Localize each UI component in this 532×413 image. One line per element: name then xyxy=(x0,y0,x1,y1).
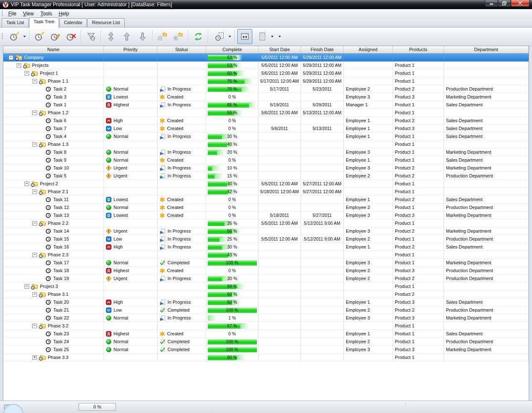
tree-row-task-14[interactable]: Task 14UrgentIn Progress50 %Employee 3Pr… xyxy=(3,227,529,235)
move-task-down-button[interactable] xyxy=(135,29,150,44)
tree-row-task-20[interactable]: Task 20HighIn Progress50 %Employee 1Prod… xyxy=(3,298,529,306)
move-task-button[interactable] xyxy=(103,29,118,44)
tree-row-task-11[interactable]: Task 11LowestCreated0 %Employee 1Product… xyxy=(3,196,529,204)
tree-row-phase-3-3[interactable]: Phase 3.360 %Product 1 xyxy=(3,354,529,361)
tree-row-project-1[interactable]: Project 160 %5/6/2011 12:00 AM5/29/2011 … xyxy=(3,69,529,77)
tree-row-task-13[interactable]: Task 13LowestCreated0 %5/18/20115/27/201… xyxy=(3,211,529,219)
tree-row-task-4[interactable]: Task 4NormalIn Progress30 %Employee 1Pro… xyxy=(3,133,529,140)
column-header-finish-date[interactable]: Finish Date xyxy=(301,46,344,54)
collapse-icon[interactable] xyxy=(9,55,13,60)
tree-row-phase-3-1[interactable]: Phase 3.150 %Product 2 xyxy=(3,290,529,298)
expand-all-button[interactable] xyxy=(171,29,186,44)
tree-row-task-16[interactable]: Task 16HighIn Progress30 %Employee 1Prod… xyxy=(3,243,529,251)
column-header-products[interactable]: Products xyxy=(393,46,444,54)
restore-button[interactable] xyxy=(498,0,511,7)
new-task-wizard-button[interactable] xyxy=(32,29,47,44)
filter-button[interactable] xyxy=(84,29,99,44)
tree-row-company[interactable]: Company53 %5/5/2011 12:00 AM5/29/2011 12… xyxy=(3,54,529,61)
delete-task-button[interactable] xyxy=(64,29,79,44)
close-button[interactable] xyxy=(511,0,530,7)
tree-row-task-8[interactable]: Task 8NormalIn Progress20 %Employee 3Pro… xyxy=(3,148,529,156)
tab-resource-list[interactable]: Resource List xyxy=(87,18,124,27)
collapse-icon[interactable] xyxy=(32,292,37,297)
tree-row-projects[interactable]: Projects53 %5/5/2011 12:00 AM5/29/2011 1… xyxy=(3,61,529,69)
tree-row-phase-3-2[interactable]: Phase 3.267 %Product 1 xyxy=(3,322,529,330)
tree-row-task-3[interactable]: Task 3LowestCreated0 %Employee 3Product … xyxy=(3,93,529,101)
column-header-assigned[interactable]: Assigned xyxy=(344,46,393,54)
collapse-icon[interactable] xyxy=(32,324,37,328)
tree-row-task-23[interactable]: Task 23HighestCreated0 %Employee 1Produc… xyxy=(3,330,529,338)
tree-row-phase-1-3[interactable]: Phase 1.340 %Product 1 xyxy=(3,140,529,148)
toolbar-overflow-button[interactable] xyxy=(277,30,282,43)
cell-finish-date xyxy=(301,164,344,172)
cell-priority xyxy=(104,69,158,77)
column-header-priority[interactable]: Priority xyxy=(104,46,158,54)
status-label: In Progress xyxy=(167,235,191,243)
new-task-button[interactable] xyxy=(7,29,22,44)
collapse-icon[interactable] xyxy=(25,284,29,289)
tree-row-phase-1-1[interactable]: Phase 1.176 %5/17/2011 12:00 AM5/29/2011… xyxy=(3,77,529,85)
tree-row-task-2[interactable]: Task 2NormalIn Progress70 %5/17/20115/23… xyxy=(3,85,529,93)
tree-row-task-12[interactable]: Task 12NormalCreated0 %Employee 2Product… xyxy=(3,204,529,211)
reports-button[interactable] xyxy=(212,29,227,44)
refresh-button[interactable] xyxy=(191,29,206,44)
fit-columns-button[interactable] xyxy=(237,29,252,44)
tree-row-task-1[interactable]: Task 1HighestIn Progress85 %5/19/20115/2… xyxy=(3,101,529,109)
customize-columns-dropdown-icon[interactable] xyxy=(271,36,273,37)
collapse-icon[interactable] xyxy=(32,253,37,257)
column-header-department[interactable]: Department xyxy=(444,46,529,54)
collapse-icon[interactable] xyxy=(32,189,37,194)
collapse-icon[interactable] xyxy=(32,111,37,115)
tree-row-task-17[interactable]: Task 17NormalCompleted100 %Employee 3Pro… xyxy=(3,259,529,267)
tab-calendar[interactable]: Calendar xyxy=(59,18,87,27)
tree-row-task-7[interactable]: Task 7LowCreated0 %5/6/20115/13/2011Empl… xyxy=(3,125,529,133)
tree-row-task-5[interactable]: Task 5UrgentIn Progress15 %Employee 2Pro… xyxy=(3,172,529,180)
tree-row-task-19[interactable]: Task 19UrgentIn Progress30 %Employee 2Pr… xyxy=(3,275,529,283)
cell-start-date-label: 5/5/2011 12:00 AM xyxy=(261,61,298,69)
column-header-complete[interactable]: Complete xyxy=(206,46,259,54)
progress-bar: 0 % xyxy=(208,126,257,131)
tree-row-task-18[interactable]: Task 18HighestCreated0 %Employee 2Produc… xyxy=(3,267,529,275)
menu-view[interactable]: View xyxy=(20,10,37,18)
tree-row-phase-2-2[interactable]: Phase 2.235 %5/5/2011 12:00 AM5/12/2011 … xyxy=(3,219,529,227)
menu-tools[interactable]: Tools xyxy=(37,10,55,18)
tree-row-phase-1-2[interactable]: Phase 1.255 %5/6/2011 12:00 AM5/13/2011 … xyxy=(3,109,529,117)
tree-row-task-24[interactable]: Task 24NormalCompleted100 %Employee 2Pro… xyxy=(3,338,529,346)
collapse-all-button[interactable] xyxy=(155,29,170,44)
edit-task-button[interactable] xyxy=(48,29,63,44)
tree-row-task-15[interactable]: Task 15LowIn Progress25 %5/5/2011 12:00 … xyxy=(3,235,529,243)
reports-dropdown-icon[interactable] xyxy=(229,36,231,37)
cell-department: Sales Department xyxy=(444,125,529,133)
column-header-name[interactable]: Name xyxy=(3,46,104,54)
cell-department xyxy=(444,283,529,290)
tree-row-task-9[interactable]: Task 9NormalCreated0 %Employee 1Product … xyxy=(3,156,529,164)
cell-products-label: Product 3 xyxy=(395,314,414,322)
menu-file[interactable]: File xyxy=(5,10,20,18)
tree-row-task-25[interactable]: Task 25NormalCompleted100 %Employee 3Pro… xyxy=(3,346,529,354)
tree-row-task-22[interactable]: Task 22NormalIn Progress1 %Employee 3Pro… xyxy=(3,314,529,322)
tree-row-task-6[interactable]: Task 6HighCreated0 %Employee 1Product 2S… xyxy=(3,117,529,125)
tree-row-project-3[interactable]: Project 359 %Product 1 xyxy=(3,283,529,290)
column-header-status[interactable]: Status xyxy=(158,46,206,54)
collapse-icon[interactable] xyxy=(25,71,29,76)
tree-row-phase-2-1[interactable]: Phase 2.142 %5/18/2011 12:00 AM5/27/2011… xyxy=(3,188,529,196)
tree-row-phase-2-3[interactable]: Phase 2.343 %Product 1 xyxy=(3,251,529,259)
tree-row-task-21[interactable]: Task 21LowCompleted100 %Employee 2Produc… xyxy=(3,306,529,314)
menu-help[interactable]: Help xyxy=(55,10,72,18)
tree-row-task-10[interactable]: Task 10UrgentIn Progress10 %Employee 3Pr… xyxy=(3,164,529,172)
move-task-up-button[interactable] xyxy=(119,29,134,44)
new-task-dropdown-icon[interactable] xyxy=(23,36,26,37)
tab-task-list[interactable]: Task List xyxy=(2,18,29,27)
collapse-icon[interactable] xyxy=(25,182,29,186)
tab-task-tree[interactable]: Task Tree xyxy=(29,17,59,27)
tree-row-project-2[interactable]: Project 240 %5/5/2011 12:00 AM5/27/2011 … xyxy=(3,180,529,188)
row-name-label: Task 4 xyxy=(53,133,66,140)
collapse-icon[interactable] xyxy=(17,63,21,68)
collapse-icon[interactable] xyxy=(32,79,37,84)
collapse-icon[interactable] xyxy=(32,221,37,226)
minimize-button[interactable] xyxy=(485,0,498,7)
customize-columns-button[interactable] xyxy=(255,29,270,44)
column-header-start-date[interactable]: Start Date xyxy=(259,46,301,54)
collapse-icon[interactable] xyxy=(32,142,37,147)
expand-icon[interactable] xyxy=(32,355,37,360)
